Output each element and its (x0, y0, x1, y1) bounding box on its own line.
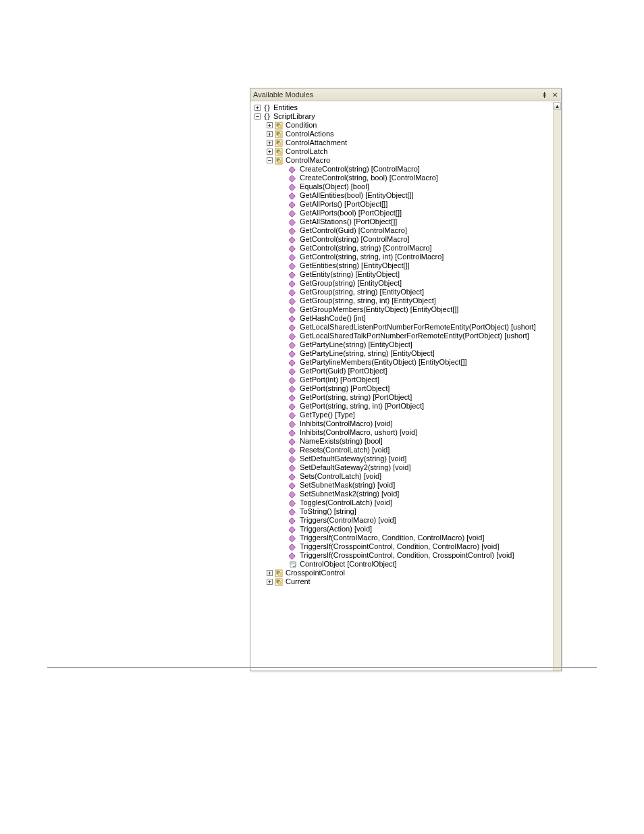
node-label: TriggersIf(CrosspointControl, Condition,… (299, 542, 499, 551)
expand-icon[interactable] (267, 570, 273, 576)
tree-node-method[interactable]: Sets(ControlLatch) [void] (252, 472, 561, 481)
tree-node-method[interactable]: GetPartyLine(string) [EntityObject] (252, 340, 561, 349)
tree-node-method[interactable]: SetDefaultGateway(string) [void] (252, 454, 561, 463)
tree-node-method[interactable]: SetSubnetMask(string) [void] (252, 481, 561, 490)
tree-node-method[interactable]: GetAllPorts(bool) [PortObject[]] (252, 209, 561, 217)
tree-node-method[interactable]: GetPort(string) [PortObject] (252, 384, 561, 393)
namespace-icon (263, 113, 271, 121)
tree-node-entities[interactable]: Entities (252, 103, 561, 112)
expand-icon[interactable] (267, 131, 273, 137)
node-label: GetPartylineMembers(EntityObject) [Entit… (299, 358, 467, 367)
tree-node-method[interactable]: Triggers(Action) [void] (252, 525, 561, 533)
tree-node-method[interactable]: CreateControl(string, bool) [ControlMacr… (252, 174, 561, 182)
tree-node-controllatch[interactable]: ControlLatch (252, 147, 561, 156)
tree-node-method[interactable]: SetSubnetMask2(string) [void] (252, 490, 561, 498)
scroll-up-button[interactable]: ▲ (554, 102, 561, 110)
tree-node-method[interactable]: GetPartyLine(string, string) [EntityObje… (252, 349, 561, 358)
node-label: GetPartyLine(string) [EntityObject] (299, 340, 412, 349)
close-icon[interactable]: ✕ (551, 90, 559, 99)
tree-node-current[interactable]: Current (252, 577, 561, 586)
expand-icon[interactable] (267, 140, 273, 146)
method-icon (289, 306, 297, 314)
method-icon (289, 350, 297, 358)
tree-node-method[interactable]: GetGroup(string, string) [EntityObject] (252, 288, 561, 296)
tree-node-method[interactable]: GetPort(Guid) [PortObject] (252, 367, 561, 375)
tree-node-method[interactable]: GetControl(string, string) [ControlMacro… (252, 244, 561, 253)
tree-node-method[interactable]: Triggers(ControlMacro) [void] (252, 516, 561, 525)
tree-node-method[interactable]: SetDefaultGateway2(string) [void] (252, 463, 561, 472)
tree-node-method[interactable]: Resets(ControlLatch) [void] (252, 446, 561, 454)
tree-node-method[interactable]: ToString() [string] (252, 507, 561, 516)
node-label: Resets(ControlLatch) [void] (299, 446, 390, 454)
tree-node-crosspointcontrol[interactable]: CrosspointControl (252, 569, 561, 577)
tree-node-method[interactable]: TriggersIf(CrosspointControl, Condition,… (252, 551, 561, 560)
tree-node-method[interactable]: Inhibits(ControlMacro, ushort) [void] (252, 428, 561, 437)
method-icon (289, 464, 297, 472)
tree-node-method[interactable]: GetControl(Guid) [ControlMacro] (252, 226, 561, 235)
tree-node-method[interactable]: GetControl(string) [ControlMacro] (252, 235, 561, 244)
tree-node-method[interactable]: GetAllEntities(bool) [EntityObject[]] (252, 191, 561, 200)
expand-icon[interactable] (267, 579, 273, 585)
tree-node-controlattachment[interactable]: ControlAttachment (252, 138, 561, 147)
vertical-scrollbar[interactable]: ▲ (553, 102, 561, 671)
tree-node-method[interactable]: GetAllPorts() [PortObject[]] (252, 200, 561, 209)
tree-node-method[interactable]: Equals(Object) [bool] (252, 182, 561, 191)
class-icon (275, 139, 283, 147)
method-icon (289, 174, 297, 182)
tree-node-method[interactable]: Toggles(ControlLatch) [void] (252, 498, 561, 507)
method-icon (289, 438, 297, 446)
tree-node-method[interactable]: CreateControl(string) [ControlMacro] (252, 165, 561, 174)
node-label: Equals(Object) [bool] (299, 182, 369, 191)
tree-node-method[interactable]: GetLocalSharedTalkPortNumberForRemoteEnt… (252, 332, 561, 340)
tree-node-method[interactable]: GetType() [Type] (252, 411, 561, 419)
method-icon (289, 341, 297, 349)
panel-title: Available Modules (253, 90, 540, 99)
tree-node-method[interactable]: GetHashCode() [int] (252, 314, 561, 323)
tree-node-method[interactable]: GetGroup(string) [EntityObject] (252, 279, 561, 288)
tree-node-method[interactable]: GetGroupMembers(EntityObject) [EntityObj… (252, 305, 561, 314)
tree-node-method[interactable]: GetEntities(string) [EntityObject[]] (252, 261, 561, 270)
module-tree[interactable]: Entities ScriptLibrary Condition (250, 102, 561, 588)
method-icon (289, 359, 297, 367)
tree-node-method[interactable]: TriggersIf(CrosspointControl, Condition,… (252, 542, 561, 551)
method-icon (289, 534, 297, 542)
tree-node-method[interactable]: GetPort(string, string, int) [PortObject… (252, 402, 561, 411)
node-label: GetAllPorts() [PortObject[]] (299, 200, 387, 209)
expand-icon[interactable] (267, 149, 273, 155)
tree-node-method[interactable]: TriggersIf(ControlMacro, Condition, Cont… (252, 533, 561, 542)
class-icon (275, 578, 283, 586)
pin-icon[interactable] (540, 90, 548, 99)
expand-icon[interactable] (267, 122, 273, 128)
tree-node-method[interactable]: GetPort(string, string) [PortObject] (252, 393, 561, 402)
collapse-icon[interactable] (267, 157, 273, 163)
page-footer-separator (47, 667, 597, 668)
method-icon (289, 192, 297, 200)
node-label: GetEntities(string) [EntityObject[]] (299, 261, 410, 270)
tree-node-condition[interactable]: Condition (252, 121, 561, 130)
tree-node-method[interactable]: Inhibits(ControlMacro) [void] (252, 419, 561, 428)
tree-node-method[interactable]: GetAllStations() [PortObject[]] (252, 217, 561, 226)
node-label: GetHashCode() [int] (299, 314, 366, 323)
tree-node-method[interactable]: GetGroup(string, string, int) [EntityObj… (252, 296, 561, 305)
node-label: GetPort(int) [PortObject] (299, 375, 379, 384)
tree-node-controlmacro[interactable]: ControlMacro (252, 156, 561, 165)
tree-node-method[interactable]: GetEntity(string) [EntityObject] (252, 270, 561, 279)
tree-node-method[interactable]: GetPort(int) [PortObject] (252, 375, 561, 384)
node-label: SetDefaultGateway(string) [void] (299, 454, 406, 463)
tree-node-method[interactable]: GetControl(string, string, int) [Control… (252, 253, 561, 261)
collapse-icon[interactable] (254, 113, 261, 120)
tree-node-scriptlibrary[interactable]: ScriptLibrary (252, 112, 561, 121)
class-icon (275, 569, 283, 577)
method-icon (289, 165, 297, 174)
node-label: GetAllEntities(bool) [EntityObject[]] (299, 191, 414, 200)
tree-node-method[interactable]: NameExists(string) [bool] (252, 437, 561, 446)
tree-node-method[interactable]: GetPartylineMembers(EntityObject) [Entit… (252, 358, 561, 367)
node-label: SetDefaultGateway2(string) [void] (299, 463, 410, 472)
expand-icon[interactable] (254, 105, 261, 111)
method-icon (289, 253, 297, 261)
tree-node-method[interactable]: GetLocalSharedListenPortNumberForRemoteE… (252, 323, 561, 332)
method-icon (289, 280, 297, 288)
tree-node-controlactions[interactable]: ControlActions (252, 130, 561, 138)
method-icon (289, 288, 297, 296)
tree-node-controlobject[interactable]: ControlObject [ControlObject] (252, 560, 561, 569)
